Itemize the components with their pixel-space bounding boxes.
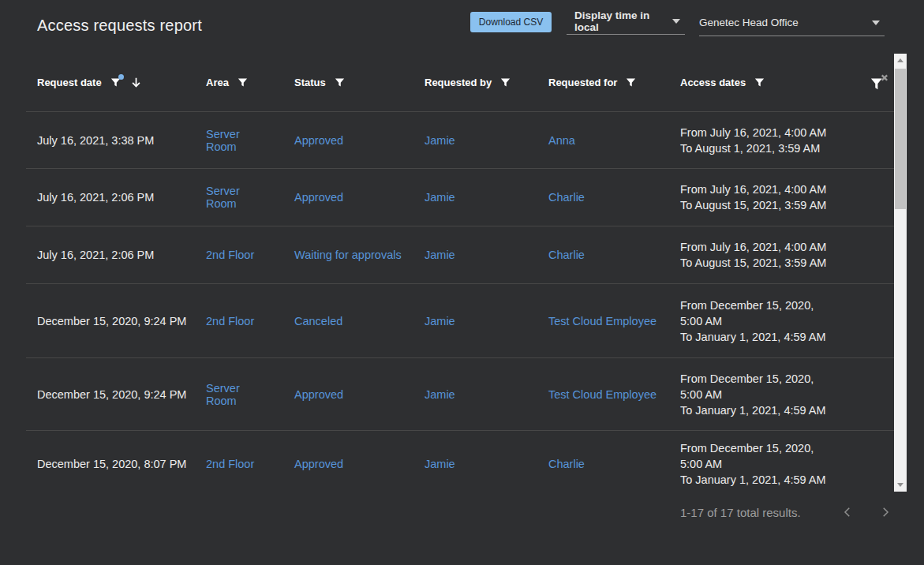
access-date-line: 5:00 AM <box>680 456 843 472</box>
results-count: 1-17 of 17 total results. <box>680 506 821 519</box>
column-label-request-date: Request date <box>37 77 102 88</box>
area-link[interactable]: 2nd Floor <box>206 458 254 470</box>
column-header-request-date: Request date <box>37 76 206 89</box>
cell-request-date: December 15, 2020, 8:07 PM <box>37 458 206 470</box>
requested-by-link[interactable]: Jamie <box>425 388 455 401</box>
column-label-access-dates: Access dates <box>680 77 746 88</box>
cell-status: Approved <box>294 191 425 204</box>
access-date-line: To August 1, 2021, 3:59 AM <box>680 140 843 156</box>
cell-area: 2nd Floor <box>206 249 294 261</box>
cell-status: Waiting for approvals <box>294 249 425 261</box>
access-date-line: To January 1, 2021, 4:59 AM <box>680 329 843 345</box>
requested-by-link[interactable]: Jamie <box>425 191 455 204</box>
cell-status: Canceled <box>294 315 425 327</box>
status-link[interactable]: Canceled <box>294 315 342 327</box>
status-link[interactable]: Approved <box>294 458 343 470</box>
column-header-area: Area <box>206 77 294 88</box>
filter-icon[interactable] <box>110 77 122 88</box>
cell-requested-by: Jamie <box>425 249 548 261</box>
cell-status: Approved <box>294 388 425 401</box>
vertical-scrollbar[interactable] <box>894 54 907 492</box>
requested-by-link[interactable]: Jamie <box>425 249 455 261</box>
area-link[interactable]: Server Room <box>206 185 271 210</box>
requested-for-link[interactable]: Anna <box>548 134 575 147</box>
cell-access-dates: From December 15, 2020,5:00 AMTo January… <box>680 440 852 488</box>
cell-requested-for: Charlie <box>548 458 680 470</box>
status-link[interactable]: Approved <box>294 388 343 401</box>
pagination-bar: 1-17 of 17 total results. <box>680 497 895 527</box>
chevron-left-icon <box>840 505 855 519</box>
previous-page-button[interactable] <box>838 503 857 522</box>
filter-icon[interactable] <box>625 77 637 88</box>
cell-request-date: July 16, 2021, 2:06 PM <box>37 191 206 204</box>
cell-requested-by: Jamie <box>425 315 548 327</box>
next-page-button[interactable] <box>876 503 895 522</box>
requested-for-link[interactable]: Charlie <box>548 249 585 261</box>
column-header-access-dates: Access dates <box>680 77 852 88</box>
triangle-down-icon <box>897 483 903 487</box>
status-link[interactable]: Approved <box>294 191 343 204</box>
download-csv-button[interactable]: Download CSV <box>470 12 552 32</box>
requested-by-link[interactable]: Jamie <box>425 458 455 470</box>
cell-access-dates: From July 16, 2021, 4:00 AMTo August 15,… <box>680 239 852 271</box>
requested-for-link[interactable]: Test Cloud Employee <box>548 388 657 401</box>
triangle-up-icon <box>897 58 903 62</box>
requested-by-link[interactable]: Jamie <box>425 315 455 327</box>
cell-access-dates: From December 15, 2020,5:00 AMTo January… <box>680 371 852 418</box>
cell-access-dates: From December 15, 2020,5:00 AMTo January… <box>680 297 852 345</box>
requested-by-link[interactable]: Jamie <box>425 134 455 147</box>
column-label-status: Status <box>294 77 326 88</box>
column-label-area: Area <box>206 77 229 88</box>
cell-access-dates: From July 16, 2021, 4:00 AMTo August 1, … <box>680 125 852 156</box>
filter-active-dot <box>118 74 124 80</box>
sort-descending-icon[interactable] <box>129 76 143 89</box>
access-date-line: From July 16, 2021, 4:00 AM <box>680 239 843 255</box>
scrollbar-thumb[interactable] <box>895 69 906 209</box>
requested-for-link[interactable]: Charlie <box>548 458 585 470</box>
filter-icon[interactable] <box>334 77 346 88</box>
cell-status: Approved <box>294 134 425 147</box>
requested-for-link[interactable]: Test Cloud Employee <box>548 315 657 327</box>
status-link[interactable]: Approved <box>294 134 343 147</box>
chevron-right-icon <box>878 505 892 519</box>
area-link[interactable]: Server Room <box>206 382 271 407</box>
cell-requested-for: Charlie <box>548 249 680 261</box>
status-link[interactable]: Waiting for approvals <box>294 249 402 261</box>
cell-request-date: December 15, 2020, 9:24 PM <box>37 388 206 401</box>
column-header-actions <box>852 73 894 92</box>
cell-area: Server Room <box>206 128 294 153</box>
table-row: December 15, 2020, 9:24 PM Server Room A… <box>26 357 894 430</box>
filter-icon[interactable] <box>237 77 249 88</box>
display-time-dropdown[interactable]: Display time in local <box>567 13 685 35</box>
filter-icon[interactable] <box>499 77 511 88</box>
cell-requested-for: Charlie <box>548 191 680 204</box>
cell-access-dates: From July 16, 2021, 4:00 AMTo August 15,… <box>680 181 852 213</box>
area-link[interactable]: 2nd Floor <box>206 315 254 327</box>
cell-requested-by: Jamie <box>425 388 548 401</box>
filter-icon[interactable] <box>754 77 765 88</box>
site-dropdown-value: Genetec Head Office <box>699 17 799 28</box>
cell-request-date: December 15, 2020, 9:24 PM <box>37 315 206 327</box>
display-time-dropdown-label: Display time in local <box>574 9 666 33</box>
area-link[interactable]: Server Room <box>206 128 271 153</box>
cell-area: 2nd Floor <box>206 458 294 470</box>
caret-down-icon <box>672 19 680 24</box>
area-link[interactable]: 2nd Floor <box>206 249 254 261</box>
cell-requested-for: Test Cloud Employee <box>548 315 680 327</box>
clear-filters-icon[interactable] <box>870 73 889 92</box>
access-date-line: From December 15, 2020, <box>680 440 843 456</box>
access-date-line: 5:00 AM <box>680 313 843 329</box>
scroll-up-button[interactable] <box>894 54 907 67</box>
scroll-down-button[interactable] <box>894 478 907 492</box>
cell-area: Server Room <box>206 185 294 210</box>
cell-request-date: July 16, 2021, 3:38 PM <box>37 134 206 147</box>
column-header-status: Status <box>294 77 425 88</box>
site-dropdown[interactable]: Genetec Head Office <box>699 14 885 36</box>
cell-area: 2nd Floor <box>206 315 294 327</box>
requested-for-link[interactable]: Charlie <box>548 191 585 204</box>
access-date-line: To August 15, 2021, 3:59 AM <box>680 197 843 213</box>
table-header: Request date Area Status Requested by Re… <box>26 68 894 96</box>
cell-requested-by: Jamie <box>425 191 548 204</box>
cell-requested-by: Jamie <box>425 458 548 470</box>
table-row: December 15, 2020, 8:07 PM 2nd Floor App… <box>26 430 894 496</box>
